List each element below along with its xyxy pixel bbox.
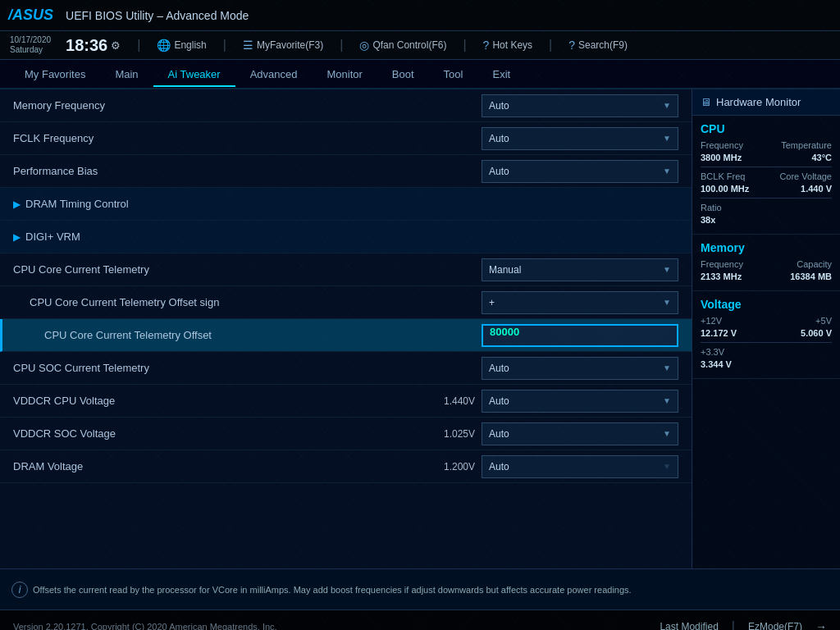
info-bar: i Offsets the current read by the proces…	[0, 568, 840, 609]
row-dram-voltage: DRAM Voltage 1.200V Auto ▼	[0, 450, 692, 483]
bios-title: UEFI BIOS Utility – Advanced Mode	[66, 9, 249, 22]
v33-label: +3.3V	[701, 347, 724, 357]
dropdown-dram-voltage[interactable]: Auto ▼	[482, 455, 678, 478]
footer: Version 2.20.1271. Copyright (C) 2020 Am…	[0, 609, 840, 630]
hw-row-freq-vals: 3800 MHz 43°C	[701, 153, 832, 162]
dropdown-vddcr-cpu[interactable]: Auto ▼	[482, 390, 678, 413]
hw-row-v33-val: 3.344 V	[701, 359, 832, 369]
tab-monitor[interactable]: Monitor	[313, 63, 377, 85]
myfavorite-button[interactable]: ☰ MyFavorite(F3)	[243, 39, 323, 52]
v5-label: +5V	[815, 316, 832, 326]
dropdown-telemetry-sign[interactable]: + ▼	[482, 291, 678, 314]
input-telemetry-offset[interactable]: 80000	[482, 324, 678, 347]
hw-row-bclk-vals: 100.00 MHz 1.440 V	[701, 184, 832, 194]
hw-row-freq: Frequency Temperature	[701, 140, 832, 150]
dropdown-perf-bias[interactable]: Auto ▼	[482, 160, 678, 183]
label-perf-bias: Performance Bias	[13, 165, 482, 177]
cpu-temp-label: Temperature	[781, 140, 832, 150]
cpu-freq-label: Frequency	[701, 140, 743, 150]
mem-freq-val: 2133 MHz	[701, 272, 742, 281]
qfan-label: Qfan Control(F6)	[372, 39, 446, 51]
row-cpu-soc-telemetry: CPU SOC Current Telemetry Auto ▼	[0, 352, 692, 385]
hw-row-mem-vals: 2133 MHz 16384 MB	[701, 272, 832, 281]
ratio-label: Ratio	[701, 203, 722, 212]
myfav-icon: ☰	[243, 39, 253, 52]
tab-advanced[interactable]: Advanced	[235, 63, 313, 85]
cpu-section-title: CPU	[701, 122, 832, 135]
nav-tabs: My Favorites Main Ai Tweaker Advanced Mo…	[0, 60, 840, 89]
hw-row-v33: +3.3V	[701, 347, 832, 357]
tab-my-favorites[interactable]: My Favorites	[10, 63, 100, 85]
date: 10/17/2020	[10, 35, 51, 45]
chevron-down-icon: ▼	[663, 363, 671, 372]
dropdown-cpu-soc-telemetry[interactable]: Auto ▼	[482, 357, 678, 380]
label-fclk-freq: FCLK Frequency	[13, 132, 482, 144]
dropdown-vddcr-soc[interactable]: Auto ▼	[482, 422, 678, 445]
hardware-monitor-panel: 🖥 Hardware Monitor CPU Frequency Tempera…	[692, 89, 840, 568]
hw-row-ratio: Ratio	[701, 203, 832, 212]
chevron-down-icon: ▼	[663, 101, 671, 110]
dropdown-cpu-core-telemetry[interactable]: Manual ▼	[482, 258, 678, 281]
label-memory-freq: Memory Frequency	[13, 99, 482, 112]
row-dram-timing[interactable]: ▶ DRAM Timing Control	[0, 188, 692, 221]
label-dram-voltage: DRAM Voltage	[13, 460, 444, 472]
hotkeys-button[interactable]: ? Hot Keys	[483, 39, 532, 52]
ez-mode-button[interactable]: EzMode(F7)	[748, 621, 802, 631]
v5-val: 5.060 V	[801, 328, 832, 338]
row-vddcr-cpu: VDDCR CPU Voltage 1.440V Auto ▼	[0, 385, 692, 418]
hw-row-ratio-val: 38x	[701, 215, 832, 225]
label-telemetry-sign: CPU Core Current Telemetry Offset sign	[13, 296, 482, 308]
memory-section: Memory Frequency Capacity 2133 MHz 16384…	[692, 235, 840, 291]
v12-label: +12V	[701, 316, 722, 326]
search-icon: ?	[568, 39, 575, 52]
dropdown-memory-freq[interactable]: Auto ▼	[482, 94, 678, 117]
version-text: Version 2.20.1271. Copyright (C) 2020 Am…	[13, 622, 277, 631]
globe-icon: 🌐	[157, 39, 171, 52]
tab-main[interactable]: Main	[100, 63, 153, 85]
hw-monitor-title: Hardware Monitor	[716, 96, 801, 108]
mem-cap-label: Capacity	[797, 259, 832, 269]
expand-icon: ▶	[13, 199, 21, 210]
clock: 18:36	[66, 36, 107, 55]
row-cpu-core-telemetry-sign: CPU Core Current Telemetry Offset sign +…	[0, 286, 692, 319]
asus-logo: /ASUS	[8, 7, 53, 24]
bclk-label: BCLK Freq	[701, 171, 745, 181]
myfav-label: MyFavorite(F3)	[257, 39, 323, 51]
tab-exit[interactable]: Exit	[477, 63, 525, 85]
dropdown-val-dram: Auto	[489, 461, 509, 472]
dropdown-val-soc-telemetry: Auto	[489, 363, 509, 374]
dropdown-val-memory-freq: Auto	[489, 100, 509, 112]
dropdown-val-vddcr-soc: Auto	[489, 428, 509, 440]
search-button[interactable]: ? Search(F9)	[568, 39, 628, 52]
dropdown-val-fclk: Auto	[489, 133, 509, 144]
label-telemetry-offset: CPU Core Current Telemetry Offset	[16, 329, 482, 341]
chevron-down-icon: ▼	[663, 462, 671, 471]
datetime: 10/17/2020 Saturday	[10, 35, 51, 55]
val-vddcr-soc: 1.025V	[444, 428, 475, 440]
chevron-down-icon: ▼	[663, 429, 671, 438]
qfan-button[interactable]: ◎ Qfan Control(F6)	[359, 39, 446, 52]
header: /ASUS UEFI BIOS Utility – Advanced Mode	[0, 0, 840, 31]
dropdown-fclk-freq[interactable]: Auto ▼	[482, 127, 678, 150]
row-memory-freq: Memory Frequency Auto ▼	[0, 89, 692, 122]
last-modified-button[interactable]: Last Modified	[660, 621, 718, 631]
tab-tool[interactable]: Tool	[429, 63, 478, 85]
tab-boot[interactable]: Boot	[377, 63, 429, 85]
language-selector[interactable]: 🌐 English	[157, 39, 206, 52]
language-label: English	[174, 39, 206, 51]
label-cpu-core-telemetry: CPU Core Current Telemetry	[13, 263, 482, 276]
hw-row-v12-v5-vals: 12.172 V 5.060 V	[701, 328, 832, 338]
hotkeys-icon: ?	[483, 39, 490, 52]
cpu-section: CPU Frequency Temperature 3800 MHz 43°C …	[692, 116, 840, 235]
row-digi-vrm[interactable]: ▶ DIGI+ VRM	[0, 221, 692, 253]
row-cpu-core-telemetry-offset: CPU Core Current Telemetry Offset 80000	[0, 319, 692, 352]
day: Saturday	[10, 45, 51, 55]
hw-row-mem-labels: Frequency Capacity	[701, 259, 832, 269]
label-cpu-soc-telemetry: CPU SOC Current Telemetry	[13, 362, 482, 374]
gear-icon[interactable]: ⚙	[111, 39, 121, 52]
search-label: Search(F9)	[578, 39, 628, 51]
cpu-temp-val: 43°C	[811, 153, 832, 162]
asus-brand: /ASUS	[8, 7, 53, 24]
hotkeys-label: Hot Keys	[492, 39, 532, 51]
tab-ai-tweaker[interactable]: Ai Tweaker	[153, 63, 235, 87]
